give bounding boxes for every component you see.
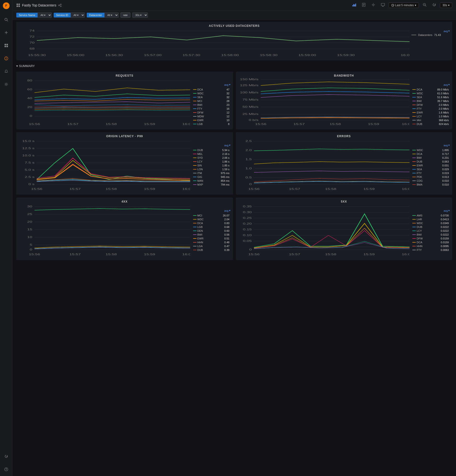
service-name-select[interactable]: All ▾ (38, 12, 52, 18)
legend-item[interactable]: SEA 0.029 (412, 167, 450, 171)
legend-item[interactable]: SEA 51.6 Mb/s (412, 95, 450, 99)
refresh-icon[interactable] (430, 2, 438, 8)
bar-chart-icon[interactable] (350, 2, 358, 8)
legend-item[interactable]: LGB 0.68 (192, 225, 230, 229)
legend-item[interactable]: DCA 89.0 Mb/s (412, 88, 450, 92)
legend-item[interactable]: WDC 32 (192, 92, 230, 95)
legend-item[interactable]: FTY 0.0063 (412, 248, 450, 252)
legend-item[interactable]: MDW 12 (192, 114, 230, 118)
legend-item[interactable]: WDC 1.895 (412, 148, 450, 152)
legend-item[interactable]: DCA 0.83 (192, 221, 230, 225)
datacenter-filter[interactable]: Datacenter All ▾ (87, 12, 119, 18)
svg-rect-9 (7, 46, 8, 47)
time-range-button[interactable]: Last 5 minutes ▾ (389, 3, 419, 8)
4xx-avg-button[interactable]: avg ▾ (224, 209, 230, 212)
sidebar-item-notifications[interactable] (2, 67, 10, 76)
bandwidth-avg-button[interactable]: avg ▾ (444, 83, 450, 86)
legend-item[interactable]: LHR 0.0413 (412, 217, 450, 221)
legend-item[interactable]: GIG 945 ms (192, 175, 230, 179)
legend-item[interactable]: LCY 0.0222 (412, 229, 450, 233)
interval-button[interactable]: 30s ▾ (440, 3, 452, 8)
sidebar-item-help[interactable] (2, 465, 10, 474)
legend-item[interactable]: DCA 0.0159 (412, 240, 450, 244)
legend-item[interactable]: WDC 0.0349 (412, 221, 450, 225)
legend-item[interactable]: SIN 1.85 s (192, 163, 230, 167)
legend-item[interactable]: PDK 0.013 (412, 175, 450, 179)
legend-item[interactable]: DUB 0.063 (412, 160, 450, 163)
avg-button-actively-used[interactable]: avg ▾ (444, 29, 450, 33)
legend-item[interactable]: MAN 854 ms (192, 179, 230, 183)
legend-item[interactable]: LCY 1.86 s (192, 160, 230, 163)
legend-item[interactable]: DEN 0.60 (192, 229, 230, 233)
legend-item[interactable]: ITM 975 ms (192, 171, 230, 175)
settings-icon[interactable] (369, 2, 377, 8)
legend-item[interactable]: DUB 824 kb/s (412, 122, 450, 126)
legend-item[interactable]: MEL 2.16 s (192, 152, 230, 156)
origin-latency-avg-button[interactable]: avg ▾ (224, 144, 230, 147)
legend-item[interactable]: DFW 0.0159 (412, 237, 450, 240)
legend-item[interactable]: HHN 0.48 (192, 240, 230, 244)
legend-item[interactable]: CDG 0.010 (412, 179, 450, 183)
service-id-select[interactable]: All ▾ (71, 12, 85, 18)
legend-item[interactable]: EWR 0.031 (412, 163, 450, 167)
legend-item[interactable]: BMA 0.010 (412, 183, 450, 187)
datacenter-select[interactable]: All ▾ (105, 12, 119, 18)
legend-item[interactable]: HHN 0.0095 (412, 244, 450, 248)
share-icon[interactable] (58, 4, 61, 7)
legend-item-value: 1.895 (439, 149, 449, 152)
legend-item[interactable]: BWI 0.56 (192, 233, 230, 237)
sidebar-item-search[interactable] (2, 15, 10, 24)
requests-avg-button[interactable]: avg ▾ (224, 83, 230, 86)
legend-item[interactable]: MXP 794 ms (192, 183, 230, 187)
sidebar-item-dashboards[interactable] (2, 41, 10, 50)
legend-item[interactable]: EWR 1.6 Mb/s (412, 110, 450, 114)
summary-header[interactable]: ▾ SUMMARY (16, 63, 452, 69)
legend-item[interactable]: EWR 0.51 (192, 237, 230, 240)
legend-item[interactable]: BWI 0.231 (412, 156, 450, 160)
legend-item[interactable]: EWR 10 (192, 118, 230, 122)
legend-item[interactable]: SYD 2.06 s (192, 156, 230, 160)
legend-item[interactable]: BWI 39.7 Mb/s (412, 99, 450, 103)
sidebar-item-sync[interactable] (2, 452, 10, 461)
errors-avg-button[interactable]: avg ▾ (444, 144, 450, 147)
sidebar-item-settings[interactable] (2, 80, 10, 89)
service-name-filter[interactable]: Service Name All ▾ (16, 12, 52, 18)
legend-item[interactable]: BWI 23 (192, 103, 230, 107)
zoom-out-icon[interactable] (421, 2, 429, 8)
5xx-avg-button[interactable]: avg ▾ (444, 209, 450, 212)
rate-select[interactable]: 30s ▾ (132, 12, 148, 18)
legend-item[interactable]: DUB 5.94 s (192, 148, 230, 152)
legend-item-value: 0.0222 (439, 226, 449, 229)
legend-item-name: GIG (197, 176, 219, 178)
legend-item[interactable]: FTY 2.0 Mb/s (412, 107, 450, 110)
legend-item[interactable]: DUB 0.0222 (412, 225, 450, 229)
svg-text:15:58: 15:58 (329, 123, 341, 126)
bandwidth-chart-container: 150 Mb/s 125 Mb/s 100 Mb/s 75 Mb/s 50 Mb… (238, 78, 450, 127)
legend-item[interactable]: LGB 8 (192, 122, 230, 126)
legend-item[interactable]: MCI 28 (192, 99, 230, 103)
legend-item[interactable]: DFW 2.0 Mb/s (412, 103, 450, 107)
legend-item[interactable]: SEA 32 (192, 95, 230, 99)
sidebar-item-alerts[interactable] (2, 54, 10, 63)
legend-item[interactable]: DCA 47 (192, 88, 230, 92)
legend-item[interactable]: FTY 16 (192, 107, 230, 110)
legend-item[interactable]: WDC 61.0 Mb/s (412, 92, 450, 95)
legend-item[interactable]: LCY 1.0 Mb/s (412, 114, 450, 118)
legend-item[interactable]: FTY 0.019 (412, 171, 450, 175)
service-id-filter[interactable]: Service ID All ▾ (54, 12, 85, 18)
legend-item[interactable]: DCA 0.717 (412, 152, 450, 156)
legend-item[interactable]: DFW 12 (192, 110, 230, 114)
legend-item[interactable]: WDC 2.04 (192, 217, 230, 221)
legend-item[interactable]: MCI 26.07 (192, 213, 230, 217)
legend-item[interactable]: IAH 968 kb/s (412, 118, 450, 122)
sidebar-item-add[interactable] (2, 28, 10, 37)
legend-item[interactable]: AMS 0.0730 (412, 213, 450, 217)
legend-item[interactable]: LON 1.59 s (192, 167, 230, 171)
legend-item[interactable]: LGA 0.47 (192, 244, 230, 248)
report-icon[interactable] (360, 2, 368, 8)
monitor-icon[interactable] (379, 2, 387, 8)
legend-item[interactable]: DUB 0.39 (192, 248, 230, 252)
legend-item[interactable]: BWI 0.0222 (412, 233, 450, 237)
legend-item-value: 2.06 s (220, 156, 229, 159)
legend-item-value: 32 (220, 96, 229, 99)
